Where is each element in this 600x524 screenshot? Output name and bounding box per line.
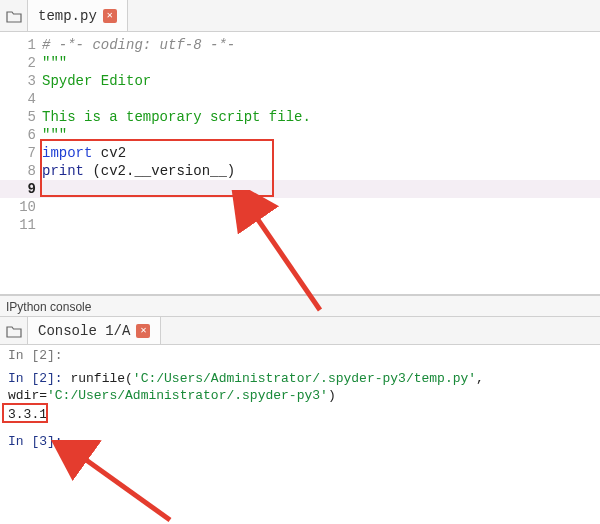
line-number-gutter: 1 2 3 4 5 6 7 8 9 10 11 <box>0 36 42 294</box>
console-options-button[interactable] <box>0 317 28 344</box>
folder-icon <box>6 324 22 338</box>
console-pane-title: IPython console <box>0 294 600 317</box>
console-line: In [2]: <box>8 347 592 364</box>
console-line: In [2]: runfile('C:/Users/Administrator/… <box>8 370 592 404</box>
svg-line-1 <box>75 452 170 520</box>
editor-tabbar: temp.py ✕ <box>0 0 600 32</box>
console-prompt[interactable]: In [3]: <box>8 433 592 450</box>
browse-files-button[interactable] <box>0 0 28 31</box>
close-icon[interactable]: ✕ <box>103 9 117 23</box>
code-editor[interactable]: 1 2 3 4 5 6 7 8 9 10 11 # -*- coding: ut… <box>0 32 600 294</box>
editor-tab-label: temp.py <box>38 8 97 24</box>
console-output[interactable]: In [2]: In [2]: runfile('C:/Users/Admini… <box>0 345 600 458</box>
code-line: Spyder Editor <box>42 73 151 89</box>
code-line: import <box>42 145 92 161</box>
code-area[interactable]: # -*- coding: utf-8 -*- """ Spyder Edito… <box>42 36 600 294</box>
folder-icon <box>6 9 22 23</box>
console-tab-label: Console 1/A <box>38 323 130 339</box>
code-line: """ <box>42 127 67 143</box>
console-tabbar: Console 1/A ✕ <box>0 317 600 345</box>
close-icon[interactable]: ✕ <box>136 324 150 338</box>
code-line: # -*- coding: utf-8 -*- <box>42 37 235 53</box>
code-line: This is a temporary script file. <box>42 109 311 125</box>
console-output-value: 3.3.1 <box>8 406 592 423</box>
code-line: """ <box>42 55 67 71</box>
console-tab[interactable]: Console 1/A ✕ <box>28 317 161 344</box>
editor-tab-temp-py[interactable]: temp.py ✕ <box>28 0 128 31</box>
code-line: print <box>42 163 84 179</box>
